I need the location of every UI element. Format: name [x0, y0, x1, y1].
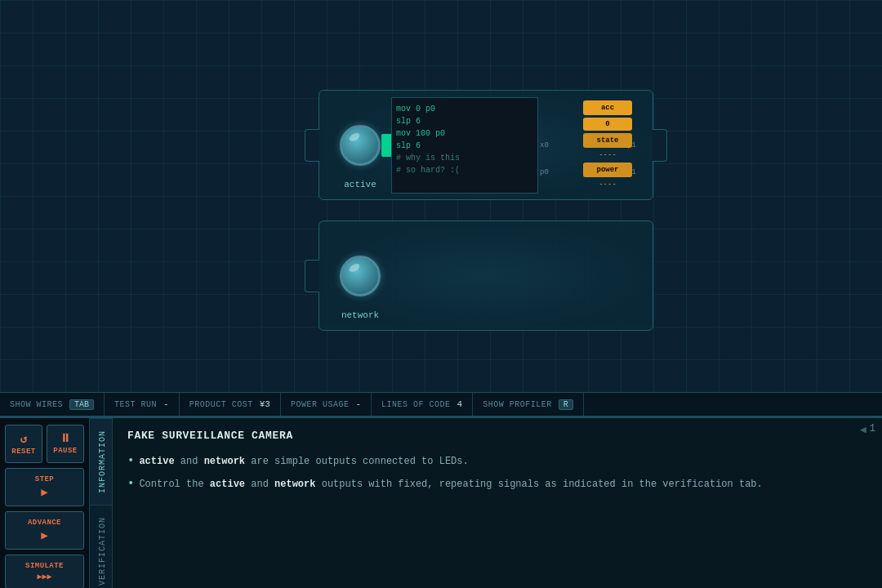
- simulate-button[interactable]: SIMULATE ▶▶▶: [5, 555, 84, 588]
- bullet2-network: network: [274, 479, 315, 490]
- controls-sidebar: ↺ RESET ⏸ PAUSE STEP ▶ ADVANCE ▶ SIMULAT…: [0, 418, 90, 588]
- port-notch-left-network: [305, 260, 319, 292]
- bullet1-network: network: [204, 456, 245, 467]
- port-notch-left-active: [305, 129, 319, 162]
- canvas-area: active mov 0 p0 slp 6 mov 100 p0 slp 6 #…: [0, 0, 882, 416]
- step-button[interactable]: STEP ▶: [5, 468, 84, 506]
- product-cost-value: ¥3: [260, 399, 270, 409]
- reset-button[interactable]: ↺ RESET: [5, 425, 42, 463]
- component-card-active: active mov 0 p0 slp 6 mov 100 p0 slp 6 #…: [318, 90, 653, 200]
- bullet2-control: Control the: [139, 479, 209, 490]
- simulate-label: SIMULATE: [25, 562, 64, 570]
- product-cost-label: PRODUCT COST: [189, 400, 253, 409]
- code-line-1: mov 0 p0: [396, 103, 533, 115]
- code-editor-active[interactable]: mov 0 p0 slp 6 mov 100 p0 slp 6 # why is…: [391, 97, 538, 194]
- code-comment-2: # so hard? :(: [396, 164, 533, 176]
- code-line-4: slp 6: [396, 140, 533, 152]
- status-show-wires[interactable]: SHOW WIRES TAB: [0, 393, 105, 416]
- tab-verification[interactable]: VERIFICATION: [90, 505, 112, 588]
- bullet1-active: active: [139, 456, 174, 467]
- test-run-value: -: [163, 399, 169, 409]
- led-icon-active: [340, 125, 381, 166]
- info-list: active and network are simple outputs co…: [127, 453, 867, 493]
- buttons-panel-active: acc 0 state ---- power ----: [583, 100, 632, 189]
- network-label: network: [340, 310, 381, 320]
- step-icon: ▶: [41, 485, 47, 499]
- panel-nav: ◀ 1: [860, 423, 875, 436]
- port-label-x0: x0: [540, 141, 549, 149]
- advance-label: ADVANCE: [28, 519, 61, 527]
- tab-information[interactable]: INFORMATION: [90, 418, 112, 505]
- status-product-cost: PRODUCT COST ¥3: [180, 393, 281, 416]
- show-profiler-key: R: [559, 399, 573, 410]
- acc-value: 0: [583, 118, 632, 131]
- acc-button[interactable]: acc: [583, 100, 632, 115]
- pause-icon: ⏸: [60, 432, 71, 445]
- power-usage-label: POWER USAGE: [291, 400, 350, 409]
- state-button[interactable]: state: [583, 133, 632, 148]
- bullet2-and: and: [251, 479, 274, 490]
- port-label-p0: p0: [540, 168, 549, 176]
- info-title: FAKE SURVEILLANCE CAMERA: [127, 430, 867, 442]
- info-content-area: FAKE SURVEILLANCE CAMERA active and netw…: [113, 418, 882, 588]
- nav-arrow-left[interactable]: ◀: [860, 423, 866, 436]
- active-label: active: [340, 180, 381, 189]
- show-wires-key: TAB: [69, 399, 94, 410]
- status-power-usage: POWER USAGE -: [281, 393, 372, 416]
- reset-icon: ↺: [20, 432, 27, 446]
- step-row: STEP ▶: [5, 468, 84, 506]
- code-line-2: slp 6: [396, 115, 533, 127]
- advance-button[interactable]: ADVANCE ▶: [5, 511, 84, 550]
- status-show-profiler[interactable]: SHOW PROFILER R: [473, 393, 584, 416]
- info-body: active and network are simple outputs co…: [127, 453, 867, 493]
- info-bullet-2-text: Control the active and network outputs w…: [139, 476, 762, 492]
- power-usage-value: -: [355, 399, 361, 409]
- simulate-row: SIMULATE ▶▶▶: [5, 555, 84, 588]
- component-card-network: network: [318, 220, 653, 331]
- info-bullet-2: Control the active and network outputs w…: [127, 476, 867, 492]
- advance-icon: ▶: [41, 528, 47, 542]
- pause-label: PAUSE: [53, 447, 77, 455]
- bullet2-active: active: [210, 479, 245, 490]
- code-line-3: mov 100 p0: [396, 127, 533, 140]
- lines-of-code-label: LINES OF CODE: [381, 400, 451, 409]
- tab-sidebar: INFORMATION VERIFICATION: [90, 418, 113, 588]
- info-bullet-1: active and network are simple outputs co…: [127, 453, 867, 470]
- show-profiler-label: SHOW PROFILER: [483, 400, 552, 409]
- step-label: STEP: [35, 475, 54, 483]
- bullet2-rest: outputs with fixed, repeating signals as…: [322, 479, 763, 490]
- state-dashes: ----: [583, 150, 632, 160]
- simulate-icon: ▶▶▶: [37, 572, 51, 581]
- code-comment-1: # why is this: [396, 152, 533, 164]
- nav-page: 1: [870, 423, 875, 436]
- pause-button[interactable]: ⏸ PAUSE: [47, 425, 84, 463]
- show-wires-label: SHOW WIRES: [10, 400, 63, 409]
- status-test-run: TEST RUN -: [105, 393, 180, 416]
- controls-top-row: ↺ RESET ⏸ PAUSE: [5, 425, 84, 463]
- status-bar: SHOW WIRES TAB TEST RUN - PRODUCT COST ¥…: [0, 392, 882, 416]
- bullet1-rest: are simple outputs connected to LEDs.: [251, 456, 468, 467]
- test-run-label: TEST RUN: [114, 400, 157, 409]
- port-notch-right-active: [653, 129, 667, 162]
- status-lines-of-code: LINES OF CODE 4: [372, 393, 473, 416]
- power-button[interactable]: power: [583, 163, 632, 177]
- reset-label: RESET: [11, 448, 35, 456]
- advance-row: ADVANCE ▶: [5, 511, 84, 550]
- info-bullet-1-text: active and network are simple outputs co…: [139, 453, 468, 470]
- bullet1-and: and: [180, 456, 204, 467]
- lines-of-code-value: 4: [457, 399, 463, 409]
- led-icon-network: [340, 256, 381, 296]
- power-dashes: ----: [583, 180, 632, 189]
- bottom-panel: ↺ RESET ⏸ PAUSE STEP ▶ ADVANCE ▶ SIMULAT…: [0, 416, 882, 588]
